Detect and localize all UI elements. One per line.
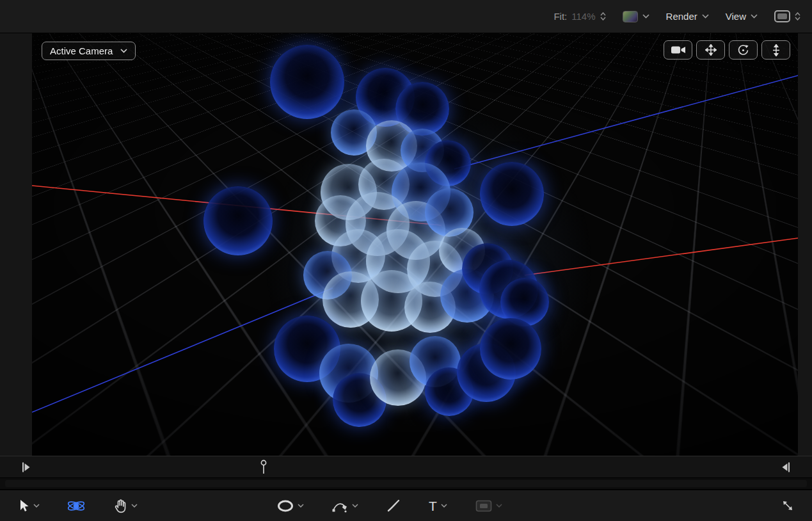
chevron-down-icon [33,504,40,508]
render-menu[interactable]: Render [666,11,709,22]
resize-diagonal-icon [781,499,794,512]
motion-canvas-window: Fit: 114% Render View [0,0,812,521]
mini-timeline[interactable] [0,456,812,477]
view-menu[interactable]: View [726,11,758,22]
chevron-down-icon [702,14,709,19]
oval-shape-icon [277,500,294,512]
viewport-canvas[interactable]: Active Camera [32,33,798,456]
bottom-toolbar: T [0,490,812,521]
pan-hand-tool[interactable] [113,498,138,513]
render-menu-label: Render [666,11,697,22]
zoom-value: 114% [571,11,595,22]
timeline-track[interactable] [0,477,812,490]
pan-icon [705,44,717,56]
sphere [203,186,273,255]
bezier-pen-tool[interactable] [332,499,358,513]
text-tool-icon: T [429,499,437,513]
cursor-arrow-icon [18,499,29,512]
transform-3d-tool[interactable] [67,498,86,514]
chevron-down-icon [441,504,447,508]
resize-handle[interactable] [781,499,794,512]
color-well-icon[interactable] [623,11,638,22]
chevron-down-icon [751,14,758,19]
sphere [270,45,344,119]
display-mode-control[interactable] [774,10,800,22]
in-point-marker[interactable] [22,462,31,475]
orbit-icon [737,44,749,56]
camera-view-button[interactable] [664,40,692,60]
chevron-down-icon [496,504,502,508]
chevron-down-icon [352,504,358,508]
dolly-view-button[interactable] [761,40,790,60]
out-point-marker[interactable] [781,462,790,475]
chevron-down-icon [298,504,304,508]
camera-icon [671,45,686,54]
fit-label: Fit: [553,11,567,22]
chevron-down-icon [642,14,649,19]
hand-icon [113,498,127,513]
camera-select-menu[interactable]: Active Camera [42,42,136,60]
chevron-down-icon [131,504,138,508]
zoom-stepper-icon[interactable] [600,12,606,20]
chevron-down-icon [120,49,127,53]
camera-menu-label: Active Camera [50,45,113,56]
shape-oval-tool[interactable] [277,500,304,512]
dolly-icon [772,44,781,56]
spheres-layer [32,33,798,456]
text-tool[interactable]: T [429,499,447,513]
image-mask-icon [475,500,492,512]
sphere [480,318,541,380]
view-menu-label: View [726,11,746,22]
sphere [480,162,544,226]
paint-stroke-icon [386,499,401,513]
camera-view-tools [664,40,790,60]
display-mode-icon[interactable] [774,10,790,22]
pan-view-button[interactable] [696,40,725,60]
playhead[interactable] [260,460,267,477]
orbit-view-button[interactable] [729,40,758,60]
select-arrow-tool[interactable] [18,499,40,512]
display-stepper-icon[interactable] [795,12,800,20]
bezier-pen-icon [332,499,348,513]
image-mask-tool[interactable] [475,500,502,512]
transform-3d-icon [67,498,86,514]
top-toolbar: Fit: 114% Render View [0,0,812,33]
paint-stroke-tool[interactable] [386,499,401,513]
zoom-control[interactable]: Fit: 114% [553,11,605,22]
color-well-control[interactable] [623,11,649,22]
